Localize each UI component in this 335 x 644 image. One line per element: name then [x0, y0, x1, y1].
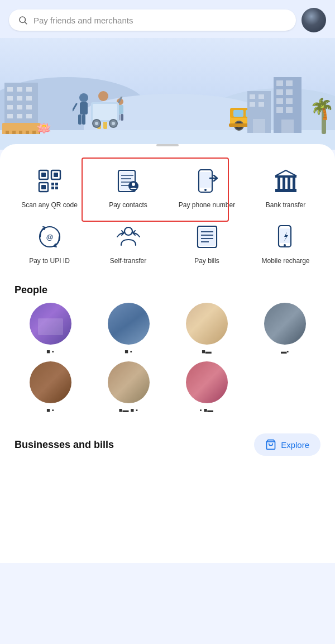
banner: 🪷	[0, 38, 335, 150]
person-item[interactable]: ▪ ■▬	[171, 361, 242, 413]
people-section-title: People	[6, 280, 329, 303]
action-pay-upi[interactable]: @ Pay to UPI ID	[10, 216, 89, 271]
mobile-recharge-label: Mobile recharge	[261, 257, 309, 266]
phone-pay-icon	[192, 165, 223, 197]
svg-point-63	[125, 227, 132, 235]
main-card: Scan any QR code	[0, 144, 335, 563]
person-avatar	[108, 303, 150, 345]
pay-contacts-label: Pay contacts	[109, 201, 147, 210]
person-item[interactable]: ■ ▪	[93, 303, 164, 355]
svg-rect-39	[51, 187, 54, 189]
people-grid: ■ ▪ ■ ▪ ■▬ ▬▪ ■ ▪ ■▬ ■ ▪ ▪ ■▬	[6, 303, 329, 422]
svg-rect-36	[41, 185, 46, 189]
svg-rect-59	[288, 178, 290, 189]
svg-rect-23	[233, 110, 243, 117]
explore-button[interactable]: Explore	[254, 433, 320, 456]
svg-point-51	[204, 189, 207, 191]
person-name: ■▬	[202, 348, 212, 355]
scan-qr-label: Scan any QR code	[21, 201, 78, 210]
action-mobile-recharge[interactable]: Mobile recharge	[246, 216, 325, 271]
pay-phone-label: Pay phone number	[179, 201, 235, 210]
svg-rect-58	[283, 178, 285, 189]
svg-rect-15	[93, 104, 117, 120]
person-name: ■▬ ■ ▪	[119, 407, 138, 413]
self-transfer-icon	[113, 221, 144, 252]
svg-rect-71	[280, 228, 290, 243]
svg-line-1	[25, 22, 26, 23]
person-name: ■ ▪	[125, 348, 132, 355]
svg-rect-32	[41, 173, 46, 177]
svg-rect-40	[55, 187, 58, 189]
svg-rect-5	[82, 115, 85, 125]
bills-icon	[192, 221, 223, 252]
person-item[interactable]: ■ ▪	[15, 303, 86, 355]
svg-point-17	[95, 122, 98, 125]
search-icon	[18, 15, 28, 25]
self-transfer-label: Self-transfer	[110, 257, 146, 266]
pay-upi-label: Pay to UPI ID	[29, 257, 70, 266]
shopping-bag-icon	[265, 439, 276, 450]
svg-point-19	[112, 122, 115, 125]
person-name: ▬▪	[281, 348, 289, 355]
person-item[interactable]: ■▬	[171, 303, 242, 355]
svg-rect-60	[293, 178, 295, 189]
upi-icon: @	[34, 221, 65, 252]
svg-text:@: @	[46, 233, 53, 241]
action-self-transfer[interactable]: Self-transfer	[89, 216, 168, 271]
action-pay-bills[interactable]: Pay bills	[168, 216, 246, 271]
svg-rect-65	[199, 228, 215, 246]
actions-wrapper: Scan any QR code	[6, 146, 329, 280]
action-scan-qr[interactable]: Scan any QR code	[10, 160, 89, 216]
person-avatar	[30, 361, 71, 403]
avatar[interactable]	[302, 8, 326, 32]
svg-rect-34	[54, 173, 58, 177]
explore-label: Explore	[281, 440, 309, 450]
person-avatar	[264, 303, 306, 345]
svg-rect-4	[78, 115, 82, 125]
search-placeholder-text: Pay friends and merchants	[34, 16, 133, 25]
svg-point-48	[132, 183, 135, 186]
svg-point-72	[284, 244, 286, 246]
person-item[interactable]: ■▬ ■ ▪	[93, 361, 164, 413]
bank-transfer-label: Bank transfer	[266, 201, 305, 210]
contacts-icon	[113, 165, 144, 197]
person-avatar	[186, 303, 228, 345]
svg-point-2	[79, 93, 88, 102]
person-name: ▪ ■▬	[200, 407, 214, 413]
businesses-section-title: Businesses and bills	[15, 439, 114, 451]
pay-bills-label: Pay bills	[194, 257, 219, 266]
person-avatar	[186, 361, 228, 403]
svg-marker-53	[275, 170, 296, 176]
svg-rect-56	[275, 190, 296, 192]
svg-rect-55	[275, 189, 296, 190]
search-bar[interactable]: Pay friends and merchants	[9, 9, 296, 31]
bank-icon	[270, 165, 302, 197]
action-pay-phone[interactable]: Pay phone number	[168, 160, 246, 216]
qr-icon	[34, 165, 65, 197]
businesses-section: Businesses and bills Explore	[6, 422, 329, 465]
svg-rect-50	[200, 172, 211, 188]
palm-tree: 🌴	[322, 103, 326, 134]
person-item[interactable]: ▬▪	[249, 303, 320, 355]
svg-line-20	[119, 97, 122, 102]
person-avatar	[108, 361, 150, 403]
person-name: ■ ▪	[46, 348, 54, 355]
svg-rect-54	[275, 176, 296, 178]
action-pay-contacts[interactable]: Pay contacts	[89, 160, 168, 216]
person-avatar	[30, 303, 71, 345]
cart-illustration	[88, 97, 127, 136]
action-bank-transfer[interactable]: Bank transfer	[246, 160, 325, 216]
svg-rect-38	[55, 183, 58, 185]
svg-rect-37	[51, 183, 54, 185]
svg-line-6	[73, 104, 76, 111]
svg-rect-57	[277, 178, 280, 189]
person-item[interactable]: ■ ▪	[15, 361, 86, 413]
svg-rect-3	[80, 102, 88, 115]
mobile-recharge-icon	[270, 221, 302, 252]
person-name: ■ ▪	[46, 407, 54, 413]
actions-grid: Scan any QR code	[6, 146, 329, 280]
decoration-flower: 🪷	[36, 121, 51, 136]
header: Pay friends and merchants	[0, 0, 335, 38]
